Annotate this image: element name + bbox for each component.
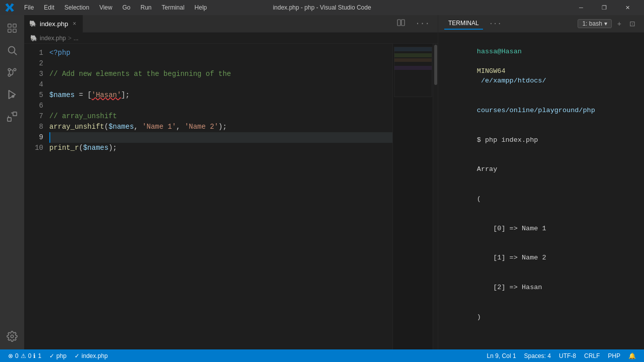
window-controls: ─ ❐ ✕ <box>570 0 639 15</box>
activity-source-control-icon[interactable] <box>3 63 21 81</box>
svg-rect-2 <box>8 29 11 32</box>
svg-point-8 <box>14 68 16 71</box>
tab-label: index.php <box>40 20 68 28</box>
status-bar: ⊗ 0 ⚠ 0 ℹ 1 ✓ php ✓ index.php Ln 9, Col … <box>0 349 644 362</box>
code-line-5: $names = [ 'Hasan' ]; <box>49 90 392 101</box>
terminal-add-button[interactable]: + <box>615 19 624 29</box>
activity-explorer-icon[interactable] <box>3 19 21 37</box>
status-file[interactable]: ✓ index.php <box>70 349 112 362</box>
status-position[interactable]: Ln 9, Col 1 <box>483 352 520 359</box>
terminal-more-button[interactable]: ··· <box>487 19 504 29</box>
split-editor-button[interactable] <box>394 18 408 30</box>
activity-bottom <box>3 327 21 345</box>
terminal-output-array: Array <box>444 155 638 185</box>
activity-settings-icon[interactable] <box>3 327 21 345</box>
activity-run-icon[interactable] <box>3 85 21 104</box>
menu-view[interactable]: View <box>95 3 116 12</box>
line-num-5: 5 <box>24 90 43 101</box>
tabs-bar: 🐘 index.php × ··· <box>24 15 438 33</box>
str-name1: 'Name 1' <box>142 122 176 132</box>
fn-array-unshift: array_unshift <box>49 122 104 132</box>
svg-rect-13 <box>8 118 11 121</box>
code-line-10: print_r ( $names ); <box>49 143 392 153</box>
bell-icon: 🔔 <box>628 352 636 359</box>
php-open-tag: <?php <box>49 48 70 58</box>
editor-scroll-area: 1 2 3 4 5 6 7 8 9 10 <?php // A <box>24 44 438 349</box>
comment-line-7: // array_unshift <box>49 111 117 122</box>
menu-run[interactable]: Run <box>136 3 155 12</box>
status-encoding[interactable]: UTF-8 <box>555 352 580 359</box>
status-spaces[interactable]: Spaces: 4 <box>520 352 555 359</box>
terminal-maximize-button[interactable]: ⊡ <box>627 19 638 29</box>
breadcrumb-more[interactable]: ... <box>73 35 78 42</box>
breadcrumb-separator: > <box>68 35 71 42</box>
warning-count: 0 <box>28 352 32 359</box>
code-line-9 <box>49 132 392 143</box>
svg-rect-14 <box>13 112 17 116</box>
scrollbar-thumb[interactable] <box>434 45 437 85</box>
minimize-button[interactable]: ─ <box>570 0 593 15</box>
svg-rect-1 <box>13 24 16 27</box>
editor-tab[interactable]: 🐘 index.php × <box>24 15 83 33</box>
code-content[interactable]: <?php // Add new elements at the beginni… <box>49 44 392 349</box>
info-count: 1 <box>38 352 41 359</box>
breadcrumb-filename[interactable]: index.php <box>40 35 66 42</box>
terminal-blank <box>444 332 638 342</box>
activity-search-icon[interactable] <box>3 41 21 59</box>
tab-close-button[interactable]: × <box>71 20 77 28</box>
terminal-path-1: courses/online/playground/php <box>444 96 638 125</box>
file-check-icon: ✓ <box>74 352 79 359</box>
vscode-logo-icon <box>5 3 14 12</box>
terminal-tab[interactable]: TERMINAL <box>444 18 483 30</box>
terminal-cmd-1: $ php index.php <box>444 125 638 155</box>
code-line-3: // Add new elements at the beginning of … <box>49 69 392 79</box>
tab-more-controls: ··· <box>394 18 438 30</box>
php-label: php <box>56 352 66 359</box>
editor-scrollbar[interactable] <box>433 44 438 349</box>
menu-go[interactable]: Go <box>118 3 134 12</box>
menu-selection[interactable]: Selection <box>60 3 93 12</box>
activity-bar <box>0 15 24 349</box>
line-num-3: 3 <box>24 69 43 79</box>
terminal-output-paren-open: ( <box>444 184 638 214</box>
terminal-shell-selector[interactable]: 1: bash ▾ <box>578 19 611 28</box>
line-num-2: 2 <box>24 58 43 69</box>
var-names-arg2: $names <box>83 143 108 153</box>
shell-label: 1: bash <box>582 20 602 27</box>
close-button[interactable]: ✕ <box>616 0 639 15</box>
window-title: index.php - php - Visual Studio Code <box>273 4 371 11</box>
php-check-icon: ✓ <box>49 352 54 359</box>
title-bar: File Edit Selection View Go Run Terminal… <box>0 0 644 15</box>
code-line-7: // array_unshift <box>49 111 392 122</box>
menu-terminal[interactable]: Terminal <box>157 3 188 12</box>
restore-button[interactable]: ❐ <box>593 0 616 15</box>
status-line-ending[interactable]: CRLF <box>580 352 604 359</box>
error-icon: ⊗ <box>8 352 13 359</box>
titlebar-left: File Edit Selection View Go Run Terminal… <box>5 3 211 12</box>
status-errors[interactable]: ⊗ 0 ⚠ 0 ℹ 1 <box>4 349 45 362</box>
breadcrumb: 🐘 index.php > ... <box>24 33 438 44</box>
svg-rect-3 <box>13 29 16 32</box>
terminal-body[interactable]: hassa@Hasan MINGW64 /e/xampp/htdocs/ cou… <box>438 33 644 349</box>
var-names-arg: $names <box>109 122 134 132</box>
terminal-output-idx1: [1] => Name 2 <box>444 243 638 273</box>
terminal-output-paren-close: ) <box>444 302 638 332</box>
svg-rect-17 <box>401 20 405 26</box>
str-hasan: 'Hasan' <box>92 90 121 101</box>
menu-file[interactable]: File <box>20 3 38 12</box>
status-language[interactable]: PHP <box>604 352 624 359</box>
activity-extensions-icon[interactable] <box>3 108 21 126</box>
line-num-6: 6 <box>24 101 43 111</box>
shell-dropdown-icon: ▾ <box>604 20 607 27</box>
code-line-4 <box>49 79 392 90</box>
status-notifications[interactable]: 🔔 <box>624 352 640 359</box>
svg-point-7 <box>8 74 11 76</box>
breadcrumb-icon: 🐘 <box>30 35 38 42</box>
line-num-10: 10 <box>24 143 43 153</box>
code-line-8: array_unshift ( $names , 'Name 1' , 'Nam… <box>49 122 392 132</box>
status-php[interactable]: ✓ php <box>45 349 70 362</box>
svg-point-4 <box>9 47 15 53</box>
more-actions-button[interactable]: ··· <box>412 18 433 29</box>
menu-help[interactable]: Help <box>191 3 211 12</box>
menu-edit[interactable]: Edit <box>40 3 58 12</box>
